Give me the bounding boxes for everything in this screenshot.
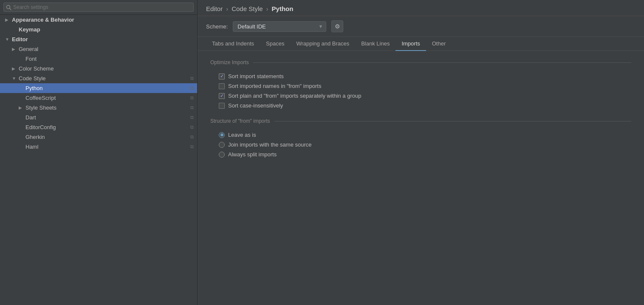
- tab-tabs-indents[interactable]: Tabs and Indents: [206, 37, 260, 51]
- tabs-bar: Tabs and IndentsSpacesWrapping and Brace…: [198, 37, 644, 51]
- sidebar-item-label: Python: [25, 85, 42, 91]
- radio-dot: [220, 133, 223, 136]
- sidebar-item-font[interactable]: Font: [0, 54, 197, 64]
- copy-icon: ⧉: [190, 105, 194, 110]
- option-row-sort-case-insensitive: Sort case-insensitively: [210, 101, 631, 110]
- sidebar-item-code-style[interactable]: ▼Code Style⧉: [0, 73, 197, 83]
- checkbox-sort-case-insensitive[interactable]: [219, 103, 225, 109]
- expand-icon: ▼: [12, 76, 16, 81]
- sidebar-item-coffeescript[interactable]: CoffeeScript⧉: [0, 93, 197, 103]
- tab-other[interactable]: Other: [426, 37, 452, 51]
- sidebar-item-label: Appearance & Behavior: [12, 17, 74, 23]
- breadcrumb-sep-2: ›: [266, 5, 268, 12]
- sidebar-item-label: Style Sheets: [25, 104, 56, 111]
- option-label-join-imports: Join imports with the same source: [228, 141, 312, 148]
- sidebar-item-python[interactable]: Python⧉: [0, 83, 197, 93]
- option-label-sort-imported-names: Sort imported names in "from" imports: [228, 83, 321, 89]
- copy-icon: ⧉: [190, 76, 194, 81]
- sidebar-item-label: EditorConfig: [25, 124, 56, 130]
- expand-icon: ▼: [5, 37, 9, 42]
- search-bar: [0, 0, 197, 15]
- sidebar-item-keymap[interactable]: Keymap: [0, 25, 197, 34]
- expand-icon: ▶: [12, 66, 16, 71]
- tab-imports[interactable]: Imports: [395, 37, 426, 51]
- search-input[interactable]: [3, 3, 194, 12]
- expand-icon: ▶: [12, 47, 16, 51]
- option-label-sort-plain-from: Sort plain and "from" imports separately…: [228, 93, 361, 99]
- checkbox-sort-imported-names[interactable]: [219, 83, 225, 89]
- sidebar-item-general[interactable]: ▶General: [0, 44, 197, 54]
- option-row-leave-as-is: Leave as is: [210, 130, 631, 140]
- structure-from-imports-title: Structure of "from" imports: [210, 118, 631, 124]
- option-row-sort-import-statements: ✓Sort import statements: [210, 71, 631, 81]
- checkbox-sort-plain-from[interactable]: ✓: [219, 93, 225, 99]
- scheme-label: Scheme:: [206, 23, 228, 30]
- sidebar-item-dart[interactable]: Dart⧉: [0, 113, 197, 122]
- sidebar-item-label: Gherkin: [25, 134, 45, 140]
- breadcrumb-sep-1: ›: [226, 5, 228, 12]
- radio-join-imports[interactable]: [219, 142, 225, 148]
- radio-always-split[interactable]: [219, 152, 225, 158]
- sidebar-item-appearance-behavior[interactable]: ▶Appearance & Behavior: [0, 15, 197, 25]
- optimize-imports-section: Optimize Imports ✓Sort import statements…: [210, 59, 631, 110]
- search-icon: [6, 5, 11, 10]
- sidebar-item-label: Font: [25, 56, 37, 62]
- option-row-always-split: Always split imports: [210, 150, 631, 159]
- sidebar-item-label: Code Style: [19, 75, 46, 82]
- copy-icon: ⧉: [190, 95, 194, 101]
- svg-line-1: [10, 8, 11, 10]
- sidebar-item-color-scheme[interactable]: ▶Color Scheme: [0, 64, 197, 73]
- sidebar-item-style-sheets[interactable]: ▶Style Sheets⧉: [0, 103, 197, 113]
- sidebar-item-editor[interactable]: ▼Editor: [0, 34, 197, 44]
- copy-icon: ⧉: [190, 144, 194, 150]
- sidebar-item-gherkin[interactable]: Gherkin⧉: [0, 132, 197, 142]
- main-content: Editor › Code Style › Python Scheme: Def…: [198, 0, 644, 305]
- breadcrumb-code-style: Code Style: [232, 5, 263, 12]
- sidebar-item-label: Dart: [25, 114, 36, 121]
- content-area: Optimize Imports ✓Sort import statements…: [198, 51, 644, 305]
- settings-tree: ▶Appearance & BehaviorKeymap▼Editor▶Gene…: [0, 15, 197, 152]
- option-label-leave-as-is: Leave as is: [228, 132, 256, 138]
- sidebar-item-label: General: [19, 46, 38, 52]
- copy-icon: ⧉: [190, 124, 194, 130]
- sidebar-item-label: Editor: [12, 36, 28, 42]
- scheme-select[interactable]: Default IDE Project: [233, 21, 326, 32]
- checkmark-icon: ✓: [220, 93, 224, 98]
- radio-leave-as-is[interactable]: [219, 132, 225, 138]
- breadcrumb-editor: Editor: [206, 5, 223, 12]
- checkbox-sort-import-statements[interactable]: ✓: [219, 73, 225, 79]
- sidebar-item-label: Haml: [25, 144, 38, 150]
- expand-icon: ▶: [19, 105, 23, 110]
- checkmark-icon: ✓: [220, 74, 224, 79]
- scheme-select-wrap: Default IDE Project ▼: [233, 21, 326, 32]
- optimize-imports-title: Optimize Imports: [210, 59, 631, 65]
- breadcrumb-python: Python: [272, 5, 294, 12]
- breadcrumb: Editor › Code Style › Python: [198, 0, 644, 16]
- tab-wrapping-braces[interactable]: Wrapping and Braces: [290, 37, 355, 51]
- sidebar-item-haml[interactable]: Haml⧉: [0, 142, 197, 152]
- structure-from-imports-section: Structure of "from" imports Leave as isJ…: [210, 118, 631, 159]
- expand-icon: ▶: [5, 17, 9, 22]
- option-row-join-imports: Join imports with the same source: [210, 140, 631, 150]
- option-label-always-split: Always split imports: [228, 151, 277, 158]
- sidebar-item-label: Keymap: [19, 26, 40, 33]
- tab-spaces[interactable]: Spaces: [260, 37, 290, 51]
- settings-sidebar: ▶Appearance & BehaviorKeymap▼Editor▶Gene…: [0, 0, 198, 305]
- copy-icon: ⧉: [190, 115, 194, 120]
- copy-icon: ⧉: [190, 85, 194, 91]
- sidebar-item-label: Color Scheme: [19, 65, 54, 72]
- scheme-bar: Scheme: Default IDE Project ▼ ⚙: [198, 16, 644, 37]
- option-row-sort-imported-names: Sort imported names in "from" imports: [210, 81, 631, 91]
- sidebar-item-label: CoffeeScript: [25, 95, 56, 101]
- option-label-sort-import-statements: Sort import statements: [228, 73, 284, 79]
- sidebar-item-editorconfig[interactable]: EditorConfig⧉: [0, 122, 197, 132]
- tab-blank-lines[interactable]: Blank Lines: [355, 37, 395, 51]
- gear-button[interactable]: ⚙: [331, 20, 343, 32]
- copy-icon: ⧉: [190, 134, 194, 140]
- option-label-sort-case-insensitive: Sort case-insensitively: [228, 102, 283, 109]
- option-row-sort-plain-from: ✓Sort plain and "from" imports separatel…: [210, 91, 631, 101]
